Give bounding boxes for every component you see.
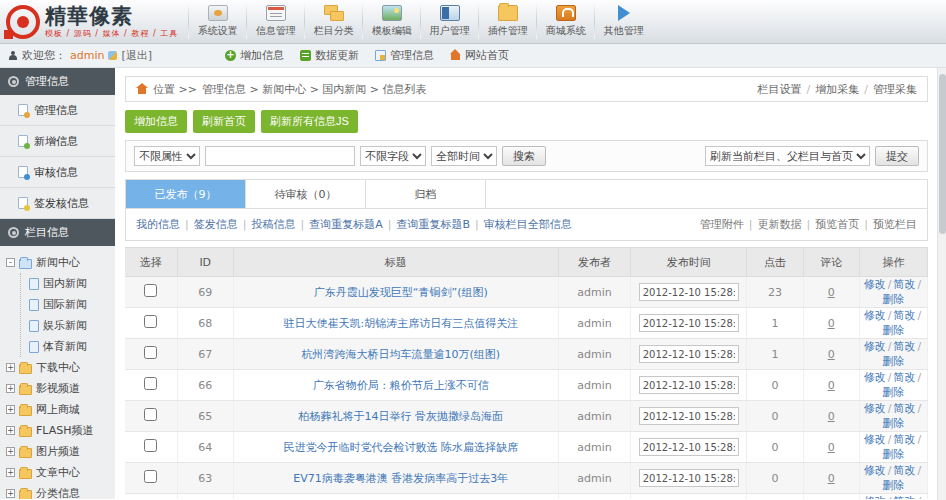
tree-node-collapsed[interactable]: +分类信息 [6,483,115,499]
tree-node-collapsed[interactable]: +FLASH频道 [6,420,115,441]
comment-count-link[interactable]: 0 [828,317,835,330]
utility-link[interactable]: 预览栏目 [873,218,917,231]
quick-filter-link[interactable]: 签发信息 [194,218,238,231]
toolbar-item-3[interactable]: 栏目分类 [305,0,362,43]
row-checkbox[interactable] [144,377,157,390]
row-action-quick-edit[interactable]: 简改 [893,464,915,477]
publish-time-input[interactable] [639,407,739,425]
comment-count-link[interactable]: 0 [828,286,835,299]
row-action-quick-edit[interactable]: 简改 [893,402,915,415]
publish-time-input[interactable] [639,469,739,487]
tree-node-collapsed[interactable]: +图片频道 [6,441,115,462]
row-checkbox[interactable] [144,470,157,483]
utility-link[interactable]: 更新数据 [758,218,802,231]
toolbar-item-1[interactable]: 系统设置 [189,0,246,43]
comment-count-link[interactable]: 0 [828,379,835,392]
tree-node-collapsed[interactable]: +网上商城 [6,399,115,420]
row-action-edit[interactable]: 修改 [864,309,886,322]
breadcrumb-right-link[interactable]: 管理采集 [873,83,917,96]
refresh-scope-select[interactable]: 刷新当前栏目、父栏目与首页 [705,146,870,166]
toolbar-item-6[interactable]: 插件管理 [479,0,536,43]
title-link[interactable]: 杭州湾跨海大桥日均车流量逾10万(组图) [302,348,501,361]
comment-count-link[interactable]: 0 [828,410,835,423]
utility-link[interactable]: 预览首页 [815,218,859,231]
row-checkbox[interactable] [144,346,157,359]
tree-node-expanded[interactable]: -新闻中心 [6,252,115,273]
title-link[interactable]: 民进党今开临时党代会检讨败选 陈水扁选择缺席 [284,441,519,454]
search-button[interactable]: 搜索 [502,146,546,166]
tree-node-collapsed[interactable]: +下载中心 [6,357,115,378]
collapse-icon[interactable]: - [6,258,15,267]
row-checkbox[interactable] [144,284,157,297]
row-checkbox[interactable] [144,439,157,452]
expand-icon[interactable]: + [6,405,15,414]
quick-filter-link[interactable]: 查询重复标题B [396,218,470,231]
row-action-delete[interactable]: 删除 [882,448,904,461]
field-select[interactable]: 不限字段 [360,146,426,166]
row-action-quick-edit[interactable]: 简改 [893,340,915,353]
breadcrumb-right-link[interactable]: 增加采集 [815,83,859,96]
attribute-select[interactable]: 不限属性 [134,146,200,166]
expand-icon[interactable]: + [6,447,15,456]
quick-filter-link[interactable]: 我的信息 [136,218,180,231]
sidebar-item-1[interactable]: 管理信息 [0,95,115,126]
quick-filter-link[interactable]: 查询重复标题A [309,218,383,231]
tab-1[interactable]: 已发布（9） [126,180,246,208]
expand-icon[interactable]: + [6,384,15,393]
title-link[interactable]: 广东丹霞山发现巨型“青铜剑”(组图) [314,286,488,299]
time-select[interactable]: 全部时间 [431,146,497,166]
toolbar-item-2[interactable]: 信息管理 [247,0,304,43]
row-action-edit[interactable]: 修改 [864,464,886,477]
row-action-delete[interactable]: 删除 [882,293,904,306]
quicklink-3[interactable]: 管理信息 [375,48,434,63]
title-link[interactable]: 广东省物价局：粮价节后上涨不可信 [313,379,489,392]
tab-3[interactable]: 归档 [366,180,486,208]
row-action-edit[interactable]: 修改 [864,278,886,291]
row-action-delete[interactable]: 删除 [882,417,904,430]
row-action-quick-edit[interactable]: 简改 [893,309,915,322]
logout-link[interactable]: [退出] [121,48,152,63]
publish-time-input[interactable] [639,376,739,394]
row-action-quick-edit[interactable]: 简改 [893,371,915,384]
publish-time-input[interactable] [639,345,739,363]
publish-time-input[interactable] [639,283,739,301]
submit-button[interactable]: 提交 [875,146,919,166]
title-link[interactable]: 驻日大使崔天凯:胡锦涛主席访日有三点值得关注 [283,317,518,330]
quicklink-1[interactable]: 增加信息 [225,48,284,63]
tab-2[interactable]: 待审核（0） [246,180,366,208]
row-action-edit[interactable]: 修改 [864,433,886,446]
tree-leaf[interactable]: 体育新闻 [21,336,115,357]
utility-link[interactable]: 管理附件 [700,218,744,231]
scrollbar-thumb[interactable] [939,74,946,234]
publish-time-input[interactable] [639,314,739,332]
row-action-edit[interactable]: 修改 [864,402,886,415]
row-checkbox[interactable] [144,315,157,328]
row-checkbox[interactable] [144,408,157,421]
toolbar-item-5[interactable]: 用户管理 [421,0,478,43]
green-action-button-3[interactable]: 刷新所有信息JS [261,110,358,133]
sidebar-item-4[interactable]: 签发核信息 [0,188,115,219]
sidebar-item-2[interactable]: 新增信息 [0,126,115,157]
toolbar-item-8[interactable]: 其他管理 [595,0,652,43]
toolbar-item-4[interactable]: 模板编辑 [363,0,420,43]
expand-icon[interactable]: + [6,468,15,477]
title-link[interactable]: 柏杨葬礼将于14日举行 骨灰抛撒绿岛海面 [299,410,504,423]
green-action-button-2[interactable]: 刷新首页 [193,110,255,133]
row-action-edit[interactable]: 修改 [864,371,886,384]
row-action-edit[interactable]: 修改 [864,495,886,499]
green-action-button-1[interactable]: 增加信息 [125,110,187,133]
row-action-quick-edit[interactable]: 简改 [893,495,915,499]
toolbar-item-7[interactable]: 商城系统 [537,0,594,43]
title-link[interactable]: EV71病毒袭粤港澳 香港发病率高于过去3年 [293,472,508,485]
expand-icon[interactable]: + [6,426,15,435]
comment-count-link[interactable]: 0 [828,441,835,454]
quick-filter-link[interactable]: 投稿信息 [251,218,295,231]
sidebar-item-3[interactable]: 审核信息 [0,157,115,188]
quicklink-2[interactable]: 数据更新 [300,48,359,63]
tree-leaf[interactable]: 娱乐新闻 [21,315,115,336]
comment-count-link[interactable]: 0 [828,472,835,485]
tree-node-collapsed[interactable]: +影视频道 [6,378,115,399]
quick-filter-link[interactable]: 审核栏目全部信息 [484,218,572,231]
row-action-delete[interactable]: 删除 [882,479,904,492]
row-action-delete[interactable]: 删除 [882,324,904,337]
